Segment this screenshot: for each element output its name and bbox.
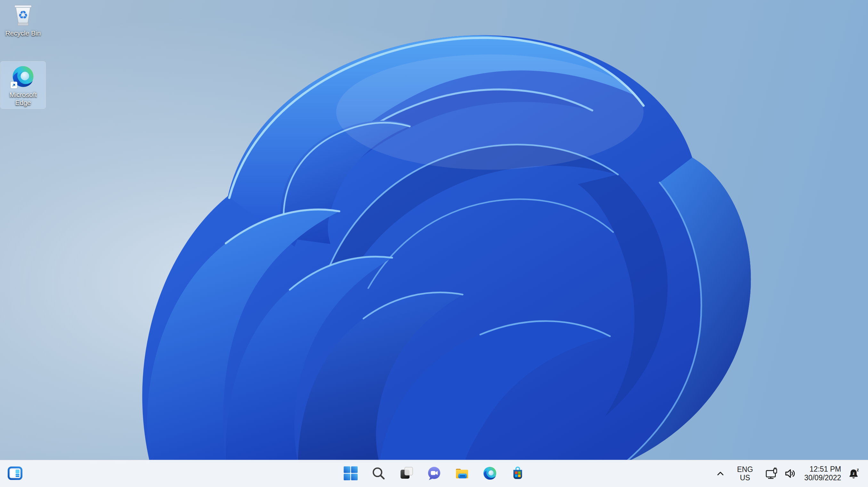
file-explorer-button[interactable] — [452, 463, 472, 483]
language-indicator[interactable]: ENG US — [736, 464, 754, 484]
shortcut-arrow-badge — [10, 82, 17, 88]
store-button[interactable] — [508, 463, 528, 483]
wallpaper-bloom — [0, 0, 868, 487]
svg-text:z: z — [857, 468, 859, 472]
widgets-icon — [7, 466, 23, 481]
widgets-button[interactable] — [5, 463, 25, 483]
taskbar-center-icons — [341, 460, 528, 483]
volume-button[interactable] — [782, 464, 797, 484]
recycle-bin-icon: ♻ — [10, 3, 35, 28]
folder-icon — [454, 465, 470, 481]
system-tray: ENG US 12:51 PM 30/0 — [713, 460, 861, 487]
task-view-button[interactable] — [396, 463, 416, 483]
desktop-icon-label: Microsoft Edge — [3, 91, 43, 106]
language-line2: US — [737, 474, 753, 482]
notification-bell-button[interactable]: z z — [847, 464, 861, 484]
chat-button[interactable] — [424, 463, 444, 483]
chevron-up-icon — [716, 470, 725, 477]
teams-chat-icon — [427, 465, 442, 481]
clock[interactable]: 12:51 PM 30/09/2022 — [803, 464, 842, 484]
edge-icon — [10, 64, 35, 89]
search-button[interactable] — [369, 463, 389, 483]
do-not-disturb-bell-icon: z z — [848, 468, 860, 479]
edge-swirl-icon — [482, 465, 498, 481]
start-button[interactable] — [341, 463, 361, 483]
windows-11-desktop: { "desktop": { "icons": [ { "id": "recyc… — [0, 0, 868, 487]
hidden-icons-chevron-button[interactable] — [713, 464, 727, 484]
task-view-icon — [399, 465, 414, 481]
search-icon — [371, 465, 386, 481]
clock-date: 30/09/2022 — [804, 474, 841, 482]
network-button[interactable] — [764, 464, 779, 484]
network-icon — [765, 467, 778, 480]
desktop-icon-recycle-bin[interactable]: ♻ Recycle Bin — [1, 0, 45, 39]
store-bag-icon — [510, 465, 525, 481]
edge-button[interactable] — [480, 463, 500, 483]
taskbar: ENG US 12:51 PM 30/0 — [0, 460, 868, 487]
clock-time: 12:51 PM — [804, 465, 841, 474]
svg-text:♻: ♻ — [18, 9, 28, 22]
desktop-icon-label: Recycle Bin — [5, 29, 41, 37]
svg-text:z: z — [852, 471, 855, 476]
volume-icon — [783, 467, 796, 480]
desktop-icon-microsoft-edge[interactable]: Microsoft Edge — [1, 61, 45, 109]
language-line1: ENG — [737, 465, 753, 474]
windows-start-icon — [343, 465, 358, 481]
